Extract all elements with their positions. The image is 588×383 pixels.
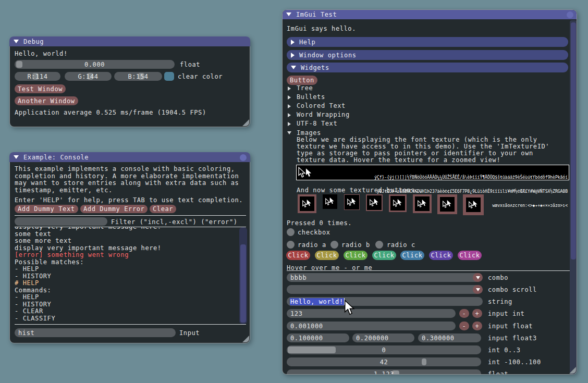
color-edit-r[interactable]: R:114 — [15, 72, 60, 81]
clear-color-swatch[interactable] — [164, 72, 174, 81]
input-float3-x[interactable]: 0.100000 — [287, 333, 349, 342]
collapse-arrow-icon[interactable] — [286, 13, 291, 16]
image-button-5[interactable] — [389, 194, 407, 212]
image-button-3[interactable] — [344, 194, 360, 210]
add-dummy-error-button[interactable]: Add Dummy Error — [80, 205, 148, 213]
color-edit-b[interactable]: B:154 — [114, 72, 162, 81]
checkbox[interactable] — [287, 228, 295, 236]
combo-arrow-button[interactable] — [473, 285, 483, 294]
header-help[interactable]: Help — [287, 37, 568, 47]
click-button-4[interactable]: Click — [372, 251, 396, 260]
cursor-image — [466, 197, 481, 212]
tree-arrow-icon — [288, 122, 291, 126]
cursor-filled-icon — [351, 197, 357, 205]
add-dummy-text-button[interactable]: Add Dummy Text — [15, 205, 78, 213]
resize-grip[interactable] — [242, 336, 249, 342]
radio-a[interactable] — [287, 241, 295, 249]
input-float-plus-button[interactable]: + — [472, 322, 482, 330]
combo-arrow-button[interactable] — [473, 273, 483, 282]
image-button-1[interactable] — [298, 194, 316, 213]
slider-int-0-3-value: 0 — [287, 347, 481, 354]
collapse-arrow-icon[interactable] — [14, 155, 19, 159]
fps-stats-text: Application average 0.525 ms/frame (1904… — [15, 109, 206, 116]
click-button-7[interactable]: Click — [458, 251, 482, 260]
collapse-arrow-icon — [291, 66, 296, 69]
cursor-image — [390, 196, 405, 211]
console-input-value: hist — [15, 329, 34, 337]
arrow-down-icon — [476, 288, 480, 291]
tree-arrow-down-icon — [287, 131, 291, 134]
window-scrollbar-grab[interactable] — [571, 22, 576, 260]
input-float-field[interactable]: 0.001000 — [287, 322, 456, 330]
click-button-3[interactable]: Click — [344, 251, 368, 260]
radio-c[interactable] — [375, 241, 383, 249]
radio-c-label: radio c — [387, 241, 415, 249]
cursor-image — [367, 195, 382, 210]
mouse-cursor-icon — [344, 300, 356, 316]
filter-input[interactable] — [15, 217, 107, 226]
console-log-region[interactable]: display very important message here! som… — [15, 227, 238, 324]
image-button-2[interactable] — [323, 194, 337, 209]
slider-int-0-3[interactable]: 0 — [287, 345, 481, 354]
clear-button[interactable]: Clear — [150, 205, 176, 213]
slider-grab[interactable] — [16, 61, 22, 68]
header-widgets[interactable]: Widgets — [287, 63, 568, 72]
input-int-minus-button[interactable]: - — [459, 309, 469, 318]
image-button-6[interactable] — [413, 194, 432, 213]
tree-node-label: Bullets — [297, 93, 325, 101]
image-button-7[interactable] — [437, 194, 457, 214]
another-window-button[interactable]: Another Window — [15, 96, 78, 105]
cursor-filled-icon — [305, 168, 312, 178]
button-widget[interactable]: Button — [287, 76, 317, 85]
log-scrollbar-grab[interactable] — [240, 244, 246, 323]
close-button[interactable] — [567, 11, 573, 18]
image-button-8[interactable] — [463, 194, 484, 215]
slider-int-neg100-100[interactable]: 42 — [287, 357, 481, 366]
click-button-1[interactable]: Click — [286, 251, 310, 260]
image-button-4[interactable] — [366, 194, 383, 211]
textured-buttons-text: And now some textured buttons.. — [297, 187, 423, 194]
click-button-2[interactable]: Click — [315, 251, 339, 260]
radio-a-label: radio a — [298, 241, 326, 249]
header-window-options[interactable]: Window options — [287, 50, 568, 60]
input-int-field[interactable]: 123 — [287, 309, 456, 318]
console-titlebar[interactable]: Example: Console — [9, 152, 250, 162]
click-button-5[interactable]: Click — [400, 251, 424, 260]
color-edit-r-value: R:114 — [15, 73, 60, 80]
combo-box[interactable]: bbbb — [287, 273, 483, 282]
imgui-test-window: ImGui Test ImGui says hello. Help Window… — [282, 9, 577, 375]
click-button-6[interactable]: Click — [429, 251, 453, 260]
cursor-filled-icon — [329, 197, 335, 205]
input-float3-z[interactable]: 0.300000 — [418, 333, 481, 342]
test-window-button[interactable]: Test Window — [15, 84, 66, 93]
log-line: some more text — [15, 238, 238, 245]
console-command-input[interactable]: hist — [15, 328, 176, 337]
images-description-text: Below we are displaying the font texture… — [297, 137, 549, 164]
resize-grip[interactable] — [242, 119, 249, 126]
window-scrollbar[interactable] — [570, 20, 577, 375]
debug-titlebar[interactable]: Debug — [9, 36, 250, 46]
input-int-plus-button[interactable]: + — [472, 309, 482, 318]
test-titlebar[interactable]: ImGui Test — [282, 9, 577, 19]
string-input[interactable]: Hello, world! — [287, 297, 483, 306]
arrow-down-icon — [476, 276, 480, 279]
clear-color-label: clear color — [178, 73, 223, 80]
input-float-minus-button[interactable]: - — [459, 322, 469, 330]
log-scrollbar[interactable] — [239, 227, 247, 324]
greeting-text: ImGui says hello. — [287, 25, 356, 32]
input-float3-label: input float3 — [488, 335, 537, 342]
input-float3-z-value: 0.300000 — [418, 335, 455, 342]
combo-scroll-box[interactable] — [287, 285, 483, 294]
font-texture-image[interactable]: ýÇf}-{ýj()[]|½ÝBÑòÙöóÃÄÀÒ¼¼ÙÚŽŠÅÉÊ/å\èÞî… — [296, 165, 569, 180]
collapse-arrow-icon[interactable] — [14, 40, 19, 43]
slider-float-value: 1.123 — [287, 370, 481, 375]
input-float3-y[interactable]: 0.200000 — [352, 333, 414, 342]
radio-b[interactable] — [330, 241, 338, 249]
separator — [15, 324, 246, 325]
debug-window: Debug Hello, world! 0.000 float R:114 G:… — [9, 36, 250, 127]
close-button[interactable] — [240, 154, 247, 161]
slider-float[interactable]: 1.123 — [287, 369, 481, 375]
float-slider[interactable]: 0.000 — [15, 60, 175, 69]
color-edit-g[interactable]: G:144 — [65, 72, 112, 81]
separator — [15, 215, 246, 216]
